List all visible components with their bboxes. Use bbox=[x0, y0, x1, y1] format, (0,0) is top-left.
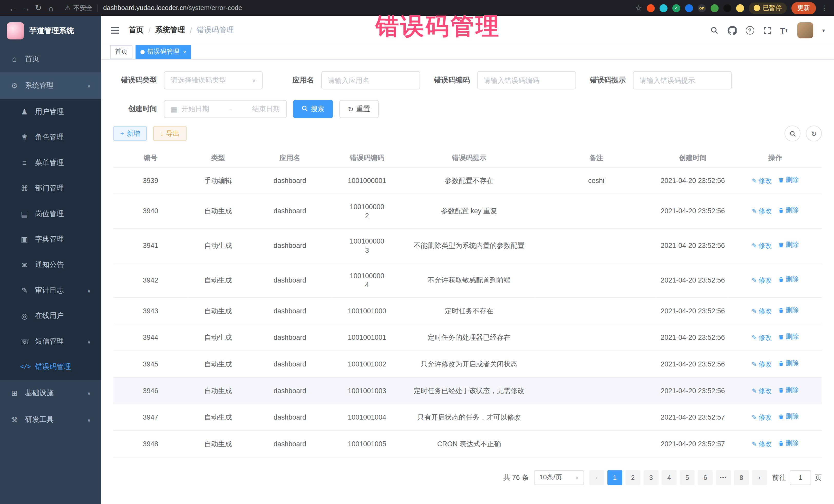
sidebar-logo[interactable]: 芋道管理系统 bbox=[0, 16, 101, 46]
show-search-button[interactable] bbox=[785, 126, 800, 141]
pagination-page-5[interactable]: 5 bbox=[680, 470, 695, 485]
browser-profile-avatar[interactable] bbox=[736, 4, 744, 12]
edit-button-label: 修改 bbox=[759, 207, 772, 216]
breadcrumb-item[interactable]: 系统管理 bbox=[155, 25, 185, 35]
sidebar-item-sms-management[interactable]: ☏短信管理∨ bbox=[0, 329, 101, 354]
devtools-icon: ⚒ bbox=[10, 415, 19, 424]
delete-button[interactable]: 删除 bbox=[778, 359, 799, 368]
browser-reload-icon[interactable]: ↻ bbox=[32, 3, 45, 13]
sidebar-item-online-users[interactable]: ◎在线用户 bbox=[0, 303, 101, 328]
avatar-caret-down-icon[interactable]: ▾ bbox=[822, 27, 825, 34]
pagination-page-3[interactable]: 3 bbox=[643, 470, 658, 485]
sidebar-item-dev-tools[interactable]: ⚒研发工具∨ bbox=[0, 407, 101, 433]
error-code-input[interactable] bbox=[477, 71, 576, 89]
edit-button[interactable]: ✎修改 bbox=[752, 360, 772, 369]
app-name-input[interactable] bbox=[321, 71, 420, 89]
browser-forward-icon[interactable]: → bbox=[19, 3, 32, 12]
search-icon[interactable] bbox=[710, 26, 718, 35]
sidebar-item-post-management[interactable]: ▤岗位管理 bbox=[0, 201, 101, 226]
reset-button[interactable]: ↻ 重置 bbox=[339, 100, 378, 118]
pagination-page-4[interactable]: 4 bbox=[662, 470, 676, 485]
cell-app: dashboard bbox=[248, 404, 331, 430]
github-icon[interactable] bbox=[727, 26, 737, 35]
sidebar-item-role-management[interactable]: ♛角色管理 bbox=[0, 125, 101, 150]
edit-button[interactable]: ✎修改 bbox=[752, 440, 772, 448]
edit-button[interactable]: ✎修改 bbox=[752, 387, 772, 395]
delete-button[interactable]: 删除 bbox=[778, 332, 799, 341]
export-button[interactable]: ↓ 导出 bbox=[153, 126, 186, 141]
error-type-label: 错误码类型 bbox=[113, 75, 157, 85]
pagination-page-2[interactable]: 2 bbox=[626, 470, 640, 485]
create-time-label: 创建时间 bbox=[113, 104, 157, 114]
delete-button[interactable]: 删除 bbox=[778, 206, 799, 215]
delete-button[interactable]: 删除 bbox=[778, 306, 799, 314]
edit-button[interactable]: ✎修改 bbox=[752, 333, 772, 342]
delete-button[interactable]: 删除 bbox=[778, 439, 799, 447]
sidebar-item-notice[interactable]: ✉通知公告 bbox=[0, 252, 101, 278]
pagination-more-button[interactable]: ••• bbox=[716, 470, 731, 485]
browser-menu-kebab-icon[interactable]: ⋮ bbox=[821, 4, 828, 12]
hamburger-icon[interactable] bbox=[110, 26, 119, 35]
cell-remark bbox=[535, 263, 657, 298]
sidebar-item-infrastructure[interactable]: ⊞基础设施∨ bbox=[0, 380, 101, 407]
edit-button[interactable]: ✎修改 bbox=[752, 413, 772, 422]
fullscreen-icon[interactable] bbox=[763, 26, 771, 35]
delete-button[interactable]: 删除 bbox=[778, 412, 799, 421]
extension-green-check-icon[interactable]: ✓ bbox=[672, 4, 680, 12]
font-size-icon[interactable]: TT bbox=[780, 26, 788, 35]
pagination-prev-button[interactable]: ‹ bbox=[589, 470, 604, 485]
error-type-select[interactable]: 请选择错误码类型 ∨ bbox=[164, 71, 263, 89]
edit-button[interactable]: ✎修改 bbox=[752, 241, 772, 250]
table-toolbar: + 新增 ↓ 导出 ↻ bbox=[113, 126, 822, 141]
edit-button[interactable]: ✎修改 bbox=[752, 307, 772, 316]
goto-page-input[interactable] bbox=[790, 470, 811, 485]
sidebar-item-error-code-management[interactable]: </>错误码管理 bbox=[0, 354, 101, 379]
extension-blue-grid-icon[interactable] bbox=[685, 4, 693, 12]
extension-leaf-icon[interactable] bbox=[710, 4, 719, 12]
paused-badge[interactable]: 已暂停 bbox=[749, 2, 787, 14]
close-icon[interactable]: × bbox=[183, 49, 186, 55]
security-chip[interactable]: ⚠ 不安全 bbox=[65, 3, 92, 12]
sidebar-item-dict-management[interactable]: ▣字典管理 bbox=[0, 226, 101, 252]
pagination-page-6[interactable]: 6 bbox=[698, 470, 712, 485]
pagination-page-1[interactable]: 1 bbox=[608, 470, 622, 485]
sidebar-item-home[interactable]: ⌂首页 bbox=[0, 46, 101, 72]
browser-back-icon[interactable]: ← bbox=[6, 3, 19, 12]
sidebar-item-audit-log[interactable]: ✎审计日志∨ bbox=[0, 278, 101, 303]
user-icon: ♟ bbox=[20, 108, 29, 116]
range-separator: - bbox=[214, 105, 248, 113]
extension-teal-dot-icon[interactable] bbox=[659, 4, 667, 12]
page-size-select[interactable]: 10条/页 ∨ bbox=[534, 470, 584, 485]
edit-button[interactable]: ✎修改 bbox=[752, 276, 772, 285]
cell-time: 2021-04-20 23:52:57 bbox=[657, 430, 729, 457]
delete-button[interactable]: 删除 bbox=[778, 175, 799, 184]
tab-home[interactable]: 首页 bbox=[110, 45, 132, 59]
date-range-picker[interactable]: ▦ 开始日期 - 结束日期 bbox=[164, 100, 287, 118]
browser-update-button[interactable]: 更新 bbox=[791, 2, 816, 14]
delete-button[interactable]: 删除 bbox=[778, 386, 799, 394]
help-icon[interactable]: ? bbox=[745, 26, 754, 35]
sidebar-item-system-management[interactable]: ⚙系统管理∧ bbox=[0, 72, 101, 99]
browser-home-icon[interactable]: ⌂ bbox=[45, 3, 58, 12]
extension-pin-icon[interactable] bbox=[723, 4, 731, 12]
pagination-next-button[interactable]: › bbox=[752, 470, 767, 485]
edit-button[interactable]: ✎修改 bbox=[752, 207, 772, 216]
search-button[interactable]: 搜索 bbox=[293, 100, 333, 118]
refresh-table-button[interactable]: ↻ bbox=[806, 126, 822, 141]
extension-on-badge-icon[interactable]: on bbox=[698, 4, 706, 12]
breadcrumb-item[interactable]: 首页 bbox=[129, 25, 144, 35]
address-bar[interactable]: dashboard.yudao.iocoder.cn/system/error-… bbox=[103, 4, 242, 12]
delete-button[interactable]: 删除 bbox=[778, 240, 799, 249]
error-hint-input[interactable] bbox=[633, 71, 731, 89]
sidebar-item-dept-management[interactable]: ⌘部门管理 bbox=[0, 176, 101, 201]
edit-button[interactable]: ✎修改 bbox=[752, 176, 772, 185]
pagination-page-8[interactable]: 8 bbox=[734, 470, 749, 485]
sidebar-item-user-management[interactable]: ♟用户管理 bbox=[0, 99, 101, 125]
sidebar-item-menu-management[interactable]: ≡菜单管理 bbox=[0, 150, 101, 176]
user-avatar[interactable] bbox=[797, 22, 813, 38]
tab-error-code[interactable]: 错误码管理× bbox=[136, 45, 191, 59]
delete-button[interactable]: 删除 bbox=[778, 275, 799, 284]
bookmark-star-icon[interactable]: ☆ bbox=[635, 4, 642, 12]
add-button[interactable]: + 新增 bbox=[113, 126, 147, 141]
extension-red-dot-icon[interactable] bbox=[647, 4, 655, 12]
